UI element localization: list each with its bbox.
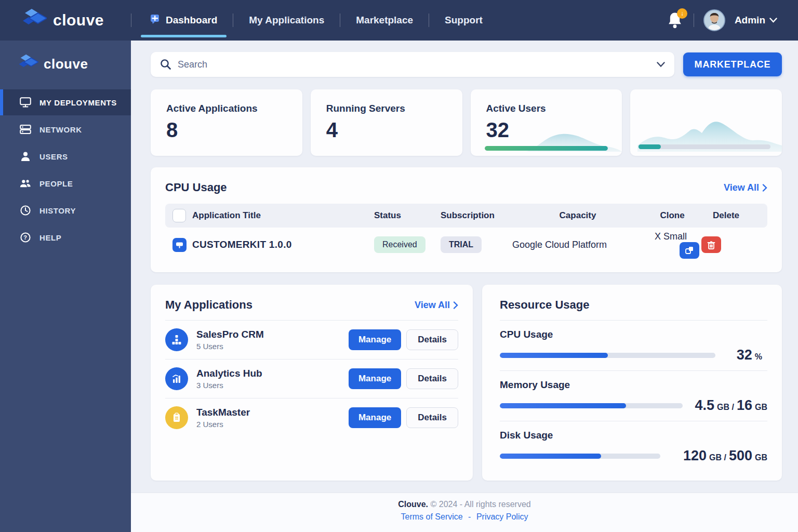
meter-value: 120GB /500GB [683,448,767,464]
sidebar-item-network[interactable]: NETWORK [0,116,131,142]
sidebar-menu: MY DEPLOYMENTS NETWORK USERS [0,89,131,250]
col-subscription: Subscription [441,210,512,221]
meter-track [500,454,660,459]
details-button[interactable]: Details [406,329,458,350]
divider [694,14,694,27]
resource-usage-title: Resource Usage [500,298,767,312]
my-applications-panel: My Applications View All [151,285,473,481]
clipboard-icon [165,406,188,429]
admin-menu[interactable]: Admin [735,15,777,26]
status-badge: Received [374,236,425,253]
nav-tab-my-applications[interactable]: My Applications [233,0,340,41]
sidebar-item-history[interactable]: HISTORY [0,197,131,223]
navbar-logo[interactable]: clouve [0,8,131,32]
nav-tab-label: My Applications [249,15,324,26]
usage-progress [639,144,770,149]
cpu-usage-panel: CPU Usage View All Application Title Sta… [151,167,782,272]
stat-label: Active Users [486,103,622,114]
table-header: Application Title Status Subscription Ca… [165,204,767,228]
top-navbar: clouve Dashboard My Applications Marketp… [0,0,798,41]
my-applications-title: My Applications [165,298,252,312]
resource-usage-panel: Resource Usage CPU Usage 32% Memory Usa [482,285,782,481]
manage-button[interactable]: Manage [349,368,401,389]
bar-chart-icon [165,367,188,390]
select-all-checkbox[interactable] [172,209,186,222]
col-delete: Delete [701,210,751,221]
clone-button[interactable] [680,242,699,259]
dashboard-icon [150,14,161,27]
app-row-analytics-hub: Analytics Hub 3 Users Manage Details [165,360,458,398]
clone-icon [685,246,694,255]
stat-label: Active Applications [166,103,302,114]
view-all-label: View All [415,300,450,311]
sidebar: clouve MY DEPLOYMENTS NETW [0,41,131,532]
help-icon: ? [20,232,31,243]
application-title[interactable]: CUSTOMERKIT 1.0.0 [192,239,374,250]
app-row-salespro-crm: SalesPro CRM 5 Users Manage Details [165,321,458,360]
clouve-logo-icon [19,54,38,74]
nav-tab-label: Dashboard [166,15,217,26]
sidebar-item-label: NETWORK [39,125,82,134]
footer-separator: - [465,512,474,521]
stat-card-usage-chart [630,89,782,156]
nav-tab-label: Marketplace [356,15,413,26]
details-button[interactable]: Details [406,368,458,389]
details-button[interactable]: Details [406,407,458,428]
terms-of-service-link[interactable]: Terms of Service [401,512,463,521]
divider [131,14,131,27]
manage-button[interactable]: Manage [349,329,401,350]
cpu-view-all-link[interactable]: View All [724,182,767,193]
nav-tab-marketplace[interactable]: Marketplace [340,0,429,41]
clouve-logo-icon [23,8,47,32]
nav-tab-label: Support [445,15,483,26]
nav-tab-support[interactable]: Support [429,0,498,41]
app-name: TaskMaster [196,407,250,418]
subscription-badge: TRIAL [441,236,482,253]
sidebar-item-users[interactable]: USERS [0,143,131,169]
col-application-title: Application Title [192,210,374,221]
manage-button[interactable]: Manage [349,407,401,428]
avatar[interactable] [703,9,725,31]
apps-view-all-link[interactable]: View All [415,300,458,311]
chevron-right-icon [453,301,458,309]
meter-disk: Disk Usage 120GB /500GB [500,421,767,471]
app-name: Analytics Hub [196,368,262,379]
app-users: 3 Users [196,381,262,390]
meter-label: CPU Usage [500,329,767,340]
people-icon [20,178,31,189]
capacity-value: Google Cloud Platform [512,240,643,250]
meter-memory: Memory Usage 4.5GB /16GB [500,371,767,421]
delete-button[interactable] [701,236,721,253]
brand-name: clouve [44,56,88,72]
stat-value: 8 [166,118,302,142]
table-row: CUSTOMERKIT 1.0.0 Received TRIAL Google … [165,228,767,262]
notifications-button[interactable]: ↓ [667,11,684,29]
search-input[interactable] [178,59,657,70]
sidebar-item-label: HISTORY [39,206,76,215]
meter-track [500,353,715,358]
app-row-taskmaster: TaskMaster 2 Users Manage Details [165,398,458,437]
privacy-policy-link[interactable]: Privacy Policy [476,512,528,521]
col-capacity: Capacity [512,210,643,221]
cpu-usage-title: CPU Usage [165,181,227,194]
meter-value: 4.5GB /16GB [695,397,767,414]
application-icon [172,238,187,252]
search-chevron-down-icon[interactable] [657,62,665,68]
nav-tab-dashboard[interactable]: Dashboard [135,0,233,41]
chevron-down-icon [769,18,777,23]
view-all-label: View All [724,182,759,193]
brand-name: clouve [53,11,104,29]
sidebar-item-my-deployments[interactable]: MY DEPLOYMENTS [0,89,131,115]
app-name: SalesPro CRM [196,329,264,340]
col-status: Status [374,210,441,221]
sidebar-item-help[interactable]: ? HELP [0,224,131,250]
monitor-icon [20,97,31,108]
search-bar[interactable] [151,52,674,77]
app-users: 2 Users [196,420,250,429]
sidebar-logo[interactable]: clouve [0,41,131,86]
meter-value: 32% [737,347,767,363]
marketplace-button[interactable]: MARKETPLACE [683,52,782,76]
sidebar-item-people[interactable]: PEOPLE [0,170,131,196]
meter-label: Memory Usage [500,379,767,391]
search-icon [160,59,171,70]
